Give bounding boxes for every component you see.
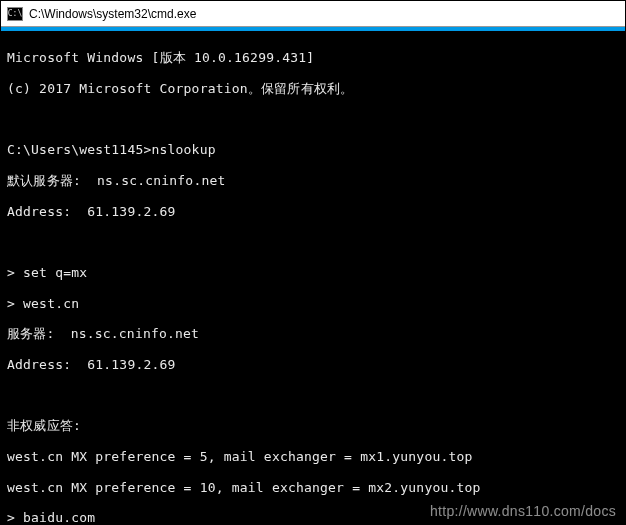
window-title: C:\Windows\system32\cmd.exe xyxy=(29,7,196,21)
output-line: 默认服务器: ns.sc.cninfo.net xyxy=(7,173,619,188)
output-line: > baidu.com xyxy=(7,510,619,524)
typed-command: nslookup xyxy=(151,142,215,157)
output-line: west.cn MX preference = 5, mail exchange… xyxy=(7,449,619,464)
output-line: Address: 61.139.2.69 xyxy=(7,357,619,372)
prompt: C:\Users\west1145> xyxy=(7,142,151,157)
output-line: 服务器: ns.sc.cninfo.net xyxy=(7,326,619,341)
output-line xyxy=(7,388,619,403)
output-line: > set q=mx xyxy=(7,265,619,280)
titlebar[interactable]: C:\ C:\Windows\system32\cmd.exe xyxy=(1,1,625,27)
output-line xyxy=(7,112,619,127)
output-line: Microsoft Windows [版本 10.0.16299.431] xyxy=(7,50,619,65)
output-line: west.cn MX preference = 10, mail exchang… xyxy=(7,480,619,495)
output-line: 非权威应答: xyxy=(7,418,619,433)
cmd-window: C:\ C:\Windows\system32\cmd.exe Microsof… xyxy=(0,0,626,525)
output-line xyxy=(7,234,619,249)
output-line: > west.cn xyxy=(7,296,619,311)
cmd-icon: C:\ xyxy=(7,7,23,21)
output-line: (c) 2017 Microsoft Corporation。保留所有权利。 xyxy=(7,81,619,96)
terminal-area[interactable]: Microsoft Windows [版本 10.0.16299.431] (c… xyxy=(1,31,625,524)
output-line: Address: 61.139.2.69 xyxy=(7,204,619,219)
output-line: C:\Users\west1145>nslookup xyxy=(7,142,619,157)
